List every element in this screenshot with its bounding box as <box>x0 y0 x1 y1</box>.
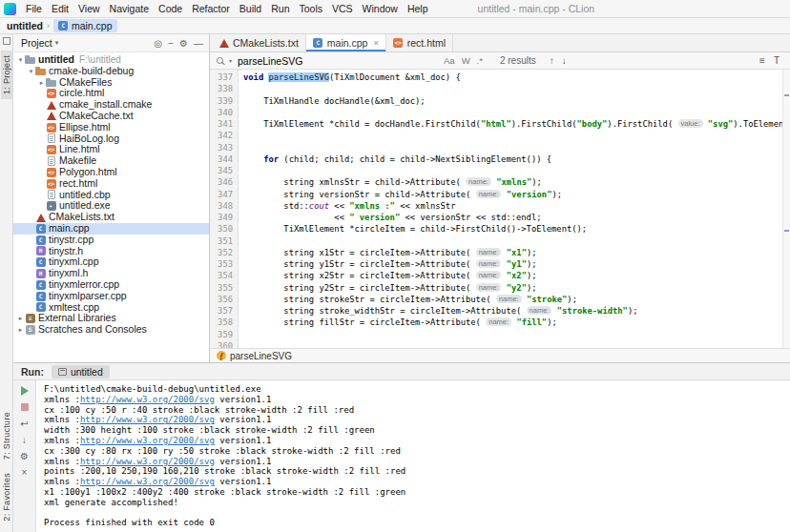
menu-edit[interactable]: Edit <box>47 2 73 15</box>
settings-icon[interactable]: ⚙ <box>179 34 188 52</box>
console-output[interactable]: F:\untitled\cmake-build-debug\untitled.e… <box>36 380 790 532</box>
tab-label: rect.html <box>407 37 446 49</box>
tree-item-cmake-build-debug[interactable]: ▾cmake-build-debug <box>13 66 209 77</box>
tree-item-main-cpp[interactable]: Cmain.cpp <box>13 223 209 235</box>
tree-item-rect-html[interactable]: <>rect.html <box>13 178 209 190</box>
tree-item-cmakecache-txt[interactable]: CMakeCache.txt <box>13 111 209 122</box>
match-case-toggle[interactable]: Aa <box>444 55 455 66</box>
stop-icon[interactable] <box>18 401 31 413</box>
tree-item-ellipse-html[interactable]: <>Ellipse.html <box>13 122 209 133</box>
menu-refactor[interactable]: Refactor <box>187 2 235 15</box>
menu-navigate[interactable]: Navigate <box>105 2 154 15</box>
tool-button-project[interactable]: 1: Project <box>1 51 12 99</box>
console-text: xml generate accomplished! <box>44 498 178 507</box>
tree-item-cmakelists-txt[interactable]: CMakeLists.txt <box>13 212 209 223</box>
settings-icon[interactable]: ⚙ <box>18 450 31 461</box>
menu-vcs[interactable]: VCS <box>327 2 358 15</box>
line-number: 348 <box>210 200 233 212</box>
expand-arrow-icon[interactable]: ▸ <box>37 77 46 89</box>
search-input[interactable]: parseLineSVG <box>238 55 381 67</box>
clear-all-icon[interactable]: × <box>18 466 31 478</box>
tool-windows-icon[interactable] <box>3 37 10 45</box>
menu-build[interactable]: Build <box>235 2 266 15</box>
breadcrumb-file[interactable]: C main.cpp <box>53 19 117 32</box>
code-line <box>243 130 782 141</box>
filter-icon[interactable]: ≡ <box>759 55 765 66</box>
menu-view[interactable]: View <box>73 2 105 15</box>
tree-item-untitled-cbp[interactable]: untitled.cbp <box>13 190 209 201</box>
project-panel-header[interactable]: Project ▾ ◎−⚙— <box>13 34 209 52</box>
menu-window[interactable]: Window <box>358 2 403 15</box>
tree-item-scratches-and-consoles[interactable]: ▸SScratches and Consoles <box>13 324 209 336</box>
scroll-to-end-icon[interactable]: ↓ <box>18 434 31 445</box>
tree-item-tinystr-cpp[interactable]: Ctinystr.cpp <box>13 235 209 246</box>
tree-item-tinyxmlerror-cpp[interactable]: Ctinyxmlerror.cpp <box>13 279 209 291</box>
error-stripe[interactable] <box>782 70 790 348</box>
tool-button-favorites[interactable]: 2: Favorites <box>1 468 12 526</box>
breadcrumb-project[interactable]: untitled <box>7 20 43 31</box>
code-token: "y1" <box>507 259 527 269</box>
console-link[interactable]: http://www.w3.org/2000/svg <box>80 436 215 445</box>
stripe-match-mark[interactable] <box>784 94 789 96</box>
run-tab-untitled[interactable]: untitled <box>52 365 110 379</box>
expand-arrow-icon[interactable]: ▾ <box>27 66 35 77</box>
console-link[interactable]: http://www.w3.org/2000/svg <box>80 395 215 404</box>
stripe-match-mark[interactable] <box>784 230 789 232</box>
tree-item-cmakefiles[interactable]: ▸CMakeFiles <box>13 77 209 89</box>
whole-words-toggle[interactable]: W <box>462 55 470 66</box>
menu-run[interactable]: Run <box>266 2 294 15</box>
menu-bar: FileEditViewNavigateCodeRefactorBuildRun… <box>21 2 433 15</box>
rerun-icon[interactable] <box>18 385 31 397</box>
console-link[interactable]: http://www.w3.org/2000/svg <box>80 477 215 486</box>
code-token: string strokeStr = circleItem->Attribute… <box>243 295 496 304</box>
editor-tab-main-cpp[interactable]: Cmain.cpp× <box>306 34 386 51</box>
expand-arrow-icon[interactable]: ▸ <box>16 324 25 336</box>
code-line: void parseLineSVG(TiXmlDocument &xml_doc… <box>243 72 782 83</box>
tree-item-label: Scratches and Consoles <box>38 324 147 336</box>
menu-file[interactable]: File <box>21 2 47 15</box>
cmake-file-icon <box>35 213 46 223</box>
tool-button-structure[interactable]: 7: Structure <box>1 407 12 464</box>
code-area[interactable]: void parseLineSVG(TiXmlDocument &xml_doc… <box>239 70 782 348</box>
editor-breadcrumbs: f parseLineSVG <box>210 348 790 362</box>
clion-logo-icon <box>4 3 16 15</box>
previous-match-icon[interactable]: ↑ <box>550 55 554 66</box>
close-tab-icon[interactable]: × <box>373 38 378 48</box>
collapse-all-icon[interactable]: − <box>168 34 174 52</box>
function-icon: f <box>217 351 226 360</box>
menu-help[interactable]: Help <box>403 2 433 15</box>
code-token: "stroke-width" <box>557 306 628 316</box>
expand-arrow-icon[interactable]: ▸ <box>16 313 25 324</box>
console-text: width :300 height :100 stroke :black str… <box>44 425 375 435</box>
expand-arrow-icon[interactable]: ▾ <box>16 54 25 66</box>
soft-wrap-icon[interactable]: ↩ <box>18 418 31 429</box>
editor-tab-cmakelists-txt[interactable]: CMakeLists.txt <box>212 34 306 51</box>
next-match-icon[interactable]: ↓ <box>562 55 567 66</box>
code-token: ); <box>531 177 542 187</box>
hide-icon[interactable]: — <box>194 34 203 52</box>
line-number: 342 <box>210 130 233 141</box>
tree-item-tinyxml-cpp[interactable]: Ctinyxml.cpp <box>13 256 209 268</box>
code-token: ); <box>527 271 537 280</box>
console-link[interactable]: http://www.w3.org/2000/svg <box>80 415 215 424</box>
console-text: x1 :100y1 :100x2 :400y2 :400 stroke :bla… <box>44 487 405 497</box>
tree-item-tinyxmlparser-cpp[interactable]: Ctinyxmlparser.cpp <box>13 291 209 302</box>
menu-code[interactable]: Code <box>154 2 187 15</box>
tree-item-tinystr-h[interactable]: Htinystr.h <box>13 246 209 257</box>
console-link[interactable]: http://www.w3.org/2000/svg <box>80 457 215 466</box>
code-token: "x2" <box>507 271 527 280</box>
chevron-down-icon[interactable]: ▾ <box>55 39 59 47</box>
tree-item-haibolog-log[interactable]: HaiBoLog.log <box>13 133 209 145</box>
search-history-caret-icon[interactable]: ▾ <box>229 57 232 64</box>
editor-tab-rect-html[interactable]: <>rect.html <box>386 34 453 51</box>
tree-item-polygon-html[interactable]: <>Polygon.html <box>13 167 209 178</box>
menu-tools[interactable]: Tools <box>294 2 327 15</box>
code-editor[interactable]: 3373383393403413423433443453463473483493… <box>210 70 790 348</box>
editor: CMakeLists.txtCmain.cpp×<>rect.html ▾ pa… <box>210 34 790 362</box>
console-text: F:\untitled\cmake-build-debug\untitled.e… <box>44 384 261 394</box>
tree-item-line-html[interactable]: <>Line.html <box>13 144 209 155</box>
breadcrumb-function[interactable]: parseLineSVG <box>230 351 292 361</box>
regex-toggle[interactable]: .* <box>477 55 483 66</box>
find-options-icon[interactable]: T <box>774 55 780 66</box>
locate-icon[interactable]: ◎ <box>154 34 162 52</box>
